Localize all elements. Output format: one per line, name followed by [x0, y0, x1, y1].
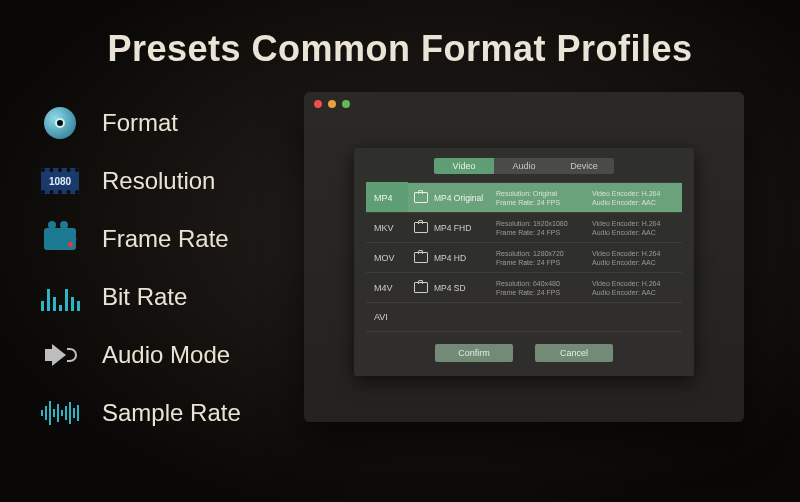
preset-icon — [414, 222, 428, 233]
format-grid: MP4 MKV MOV M4V AVI MP4 Original Resolut… — [366, 182, 682, 332]
filmstrip-icon: 1080 — [40, 161, 80, 201]
preset-name: MP4 HD — [434, 253, 490, 263]
preset-detail: Video Encoder: H.264Audio Encoder: AAC — [592, 279, 682, 297]
preset-icon — [414, 252, 428, 263]
feature-sample-rate: Sample Rate — [40, 384, 290, 442]
feature-label: Sample Rate — [102, 399, 241, 427]
preset-icon — [414, 282, 428, 293]
format-item-mkv[interactable]: MKV — [366, 212, 408, 242]
dialog-buttons: Confirm Cancel — [366, 344, 682, 362]
feature-frame-rate: Frame Rate — [40, 210, 290, 268]
feature-label: Audio Mode — [102, 341, 230, 369]
close-icon[interactable] — [314, 100, 322, 108]
speaker-icon — [40, 335, 80, 375]
dialog-tabs: Video Audio Device — [434, 158, 614, 174]
feature-label: Frame Rate — [102, 225, 229, 253]
feature-bit-rate: Bit Rate — [40, 268, 290, 326]
maximize-icon[interactable] — [342, 100, 350, 108]
disc-icon — [40, 103, 80, 143]
app-window: Video Audio Device MP4 MKV MOV M4V AVI M… — [304, 92, 744, 422]
preset-row[interactable]: MP4 FHD Resolution: 1920x1080Frame Rate:… — [408, 212, 682, 242]
preset-name: MP4 FHD — [434, 223, 490, 233]
tab-device[interactable]: Device — [554, 158, 614, 174]
page-title: Presets Common Format Profiles — [0, 0, 800, 88]
feature-label: Format — [102, 109, 178, 137]
preset-row[interactable]: MP4 SD Resolution: 640x480Frame Rate: 24… — [408, 272, 682, 302]
preset-row[interactable]: MP4 Original Resolution: OriginalFrame R… — [408, 182, 682, 212]
window-controls — [314, 100, 350, 108]
feature-format: Format — [40, 94, 290, 152]
cancel-button[interactable]: Cancel — [535, 344, 613, 362]
tab-audio[interactable]: Audio — [494, 158, 554, 174]
preset-detail: Resolution: OriginalFrame Rate: 24 FPS — [496, 189, 586, 207]
preset-detail: Video Encoder: H.264Audio Encoder: AAC — [592, 189, 682, 207]
format-item-mp4[interactable]: MP4 — [366, 182, 408, 212]
preset-row[interactable]: MP4 HD Resolution: 1280x720Frame Rate: 2… — [408, 242, 682, 272]
preset-row-empty — [408, 302, 682, 332]
preset-detail: Resolution: 1920x1080Frame Rate: 24 FPS — [496, 219, 586, 237]
preset-detail: Resolution: 640x480Frame Rate: 24 FPS — [496, 279, 586, 297]
feature-list: Format 1080 Resolution Frame Rate Bit Ra… — [0, 88, 290, 442]
feature-label: Resolution — [102, 167, 215, 195]
preset-name: MP4 SD — [434, 283, 490, 293]
minimize-icon[interactable] — [328, 100, 336, 108]
tab-video[interactable]: Video — [434, 158, 494, 174]
bars-icon — [40, 277, 80, 317]
preset-detail: Video Encoder: H.264Audio Encoder: AAC — [592, 219, 682, 237]
preset-icon — [414, 192, 428, 203]
preset-rows: MP4 Original Resolution: OriginalFrame R… — [408, 182, 682, 332]
preset-name: MP4 Original — [434, 193, 490, 203]
feature-audio-mode: Audio Mode — [40, 326, 290, 384]
waveform-icon — [40, 393, 80, 433]
format-column: MP4 MKV MOV M4V AVI — [366, 182, 408, 332]
content: Format 1080 Resolution Frame Rate Bit Ra… — [0, 88, 800, 442]
feature-label: Bit Rate — [102, 283, 187, 311]
feature-resolution: 1080 Resolution — [40, 152, 290, 210]
preset-detail: Video Encoder: H.264Audio Encoder: AAC — [592, 249, 682, 267]
format-dialog: Video Audio Device MP4 MKV MOV M4V AVI M… — [354, 148, 694, 376]
format-item-avi[interactable]: AVI — [366, 302, 408, 332]
camera-icon — [40, 219, 80, 259]
confirm-button[interactable]: Confirm — [435, 344, 513, 362]
preset-detail: Resolution: 1280x720Frame Rate: 24 FPS — [496, 249, 586, 267]
format-item-mov[interactable]: MOV — [366, 242, 408, 272]
format-item-m4v[interactable]: M4V — [366, 272, 408, 302]
